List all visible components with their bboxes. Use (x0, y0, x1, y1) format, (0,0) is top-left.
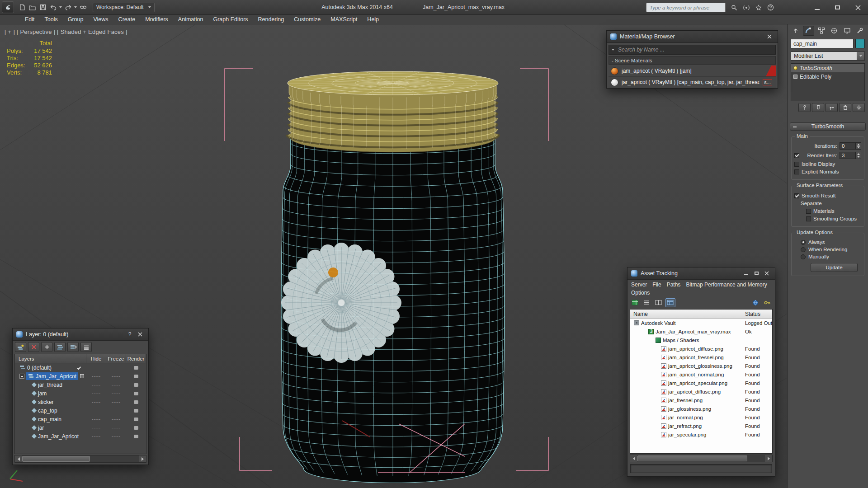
configure-modifier-sets-button[interactable] (853, 103, 865, 112)
asset-row[interactable]: jam_apricot_specular.pngFound (630, 379, 772, 387)
iterations-field[interactable]: 0 (840, 142, 856, 150)
menu-graph-editors[interactable]: Graph Editors (208, 15, 253, 24)
workspace-dropdown[interactable]: Workspace: Default (93, 3, 155, 12)
scroll-left-icon[interactable] (630, 455, 637, 462)
asset-row[interactable]: jam_apricot_normal.pngFound (630, 370, 772, 379)
split-view-button[interactable] (654, 298, 664, 307)
scroll-right-icon[interactable] (139, 455, 146, 462)
tab-display[interactable] (841, 26, 853, 36)
object-row-sticker[interactable]: sticker ----- ----- (15, 398, 146, 406)
modifier-list-dropdown[interactable]: Modifier List (791, 52, 865, 61)
object-row-jam-jar-apricot[interactable]: Jam_Jar_Apricot ----- ----- (15, 432, 146, 441)
asset-row[interactable]: jar_specular.pngFound (630, 430, 772, 439)
asset-row-maps-shaders[interactable]: Maps / Shaders (630, 336, 772, 344)
render-iters-field[interactable]: 3 (840, 152, 856, 159)
selected-layer[interactable]: Jam_Jar_Apricot (26, 372, 78, 380)
menu-views[interactable]: Views (88, 15, 113, 24)
undo-icon[interactable] (48, 2, 58, 13)
scrollbar-thumb[interactable] (637, 455, 747, 461)
maximize-button[interactable] (827, 0, 848, 15)
smooth-result-checkbox[interactable] (794, 193, 799, 198)
hide-cell[interactable]: ----- (86, 408, 106, 413)
minimize-button[interactable] (807, 0, 827, 15)
open-file-icon[interactable] (27, 2, 38, 13)
material-browser-titlebar[interactable]: Material/Map Browser (607, 31, 778, 43)
redo-dropdown-icon[interactable] (73, 2, 78, 13)
application-menu-button[interactable] (2, 1, 14, 13)
render-cell[interactable] (126, 375, 146, 378)
close-button[interactable] (848, 0, 868, 15)
delete-layer-button[interactable] (28, 342, 39, 352)
isoline-display-checkbox[interactable] (794, 162, 799, 167)
object-row-cap-top[interactable]: cap_top ----- ----- (15, 406, 146, 415)
asset-row[interactable]: jam_apricot_diffuse.pngFound (630, 344, 772, 353)
menu-rendering[interactable]: Rendering (253, 15, 289, 24)
render-iters-spinner[interactable] (856, 152, 861, 159)
freeze-cell[interactable]: ----- (106, 434, 126, 439)
column-freeze[interactable]: Freeze (106, 354, 126, 363)
list-view-button[interactable] (642, 298, 652, 307)
close-button[interactable] (762, 270, 771, 277)
menu-server[interactable]: Server (631, 282, 647, 288)
menu-options[interactable]: Options (631, 290, 650, 296)
help-icon[interactable] (765, 2, 776, 13)
chevron-down-icon[interactable] (857, 52, 864, 60)
freeze-cell[interactable]: ----- (106, 426, 126, 430)
tab-motion[interactable] (829, 26, 840, 36)
create-new-layer-button[interactable] (15, 342, 26, 352)
menu-paths[interactable]: Paths (667, 282, 681, 288)
select-link-icon[interactable] (78, 2, 88, 13)
column-hide[interactable]: Hide (86, 354, 106, 363)
set-current-layer-button[interactable] (67, 342, 79, 352)
scroll-right-icon[interactable] (765, 455, 772, 462)
infocenter-search-input[interactable]: Type a keyword or phrase (646, 3, 726, 12)
asset-row[interactable]: jam_apricot_fresnel.pngFound (630, 353, 772, 361)
column-status[interactable]: Status (743, 310, 772, 318)
freeze-cell[interactable]: ----- (106, 417, 126, 422)
column-name[interactable]: Name (630, 310, 743, 318)
chevron-down-icon[interactable] (612, 49, 614, 51)
menu-group[interactable]: Group (63, 15, 89, 24)
pin-stack-button[interactable] (798, 103, 811, 112)
render-cell[interactable] (126, 409, 146, 413)
object-row-jar-thread[interactable]: jar_thread ----- ----- (15, 380, 146, 389)
communication-center-icon[interactable] (741, 2, 751, 13)
freeze-cell[interactable]: ----- (106, 383, 126, 387)
object-name-field[interactable]: cap_main (791, 39, 854, 48)
details-view-button[interactable] (665, 298, 675, 307)
remove-modifier-button[interactable] (839, 103, 851, 112)
asset-row[interactable]: jar_fresnel.pngFound (630, 396, 772, 404)
asset-tracking-titlebar[interactable]: Asset Tracking (627, 267, 775, 280)
add-to-layer-button[interactable] (41, 342, 52, 352)
object-color-swatch[interactable] (855, 39, 865, 48)
render-cell[interactable] (126, 392, 146, 395)
hide-cell[interactable]: ----- (86, 426, 106, 430)
material-row-jam-apricot[interactable]: jam_apricot ( VRayMtl ) [jam] (609, 66, 776, 77)
menu-maxscript[interactable]: MAXScript (326, 15, 362, 24)
menu-modifiers[interactable]: Modifiers (140, 15, 173, 24)
freeze-cell[interactable]: ----- (106, 391, 126, 396)
tab-hierarchy[interactable] (816, 26, 827, 36)
menu-customize[interactable]: Customize (289, 15, 326, 24)
modifier-stack[interactable]: TurboSmooth Editable Poly (791, 63, 865, 101)
scrollbar-thumb[interactable] (22, 456, 90, 462)
hide-cell[interactable]: ----- (86, 400, 106, 404)
menu-tools[interactable]: Tools (40, 15, 63, 24)
stack-item-editable-poly[interactable]: Editable Poly (791, 72, 864, 81)
scrollbar-track[interactable] (637, 455, 765, 462)
minimize-button[interactable] (741, 270, 750, 277)
manually-radio[interactable] (801, 254, 806, 259)
scroll-left-icon[interactable] (15, 455, 22, 462)
menu-edit[interactable]: Edit (20, 15, 40, 24)
help-button[interactable]: ? (125, 331, 134, 338)
scrollbar-track[interactable] (22, 455, 139, 462)
table-view-button[interactable] (630, 298, 640, 307)
network-status-button[interactable] (750, 298, 760, 307)
hide-cell[interactable]: ----- (86, 434, 106, 439)
column-render[interactable]: Render (126, 354, 146, 363)
freeze-cell[interactable]: ----- (106, 400, 126, 404)
iterations-spinner[interactable] (856, 142, 861, 150)
menu-help[interactable]: Help (362, 15, 384, 24)
modifier-enabled-bulb-icon[interactable] (793, 66, 797, 70)
make-unique-button[interactable] (826, 103, 838, 112)
